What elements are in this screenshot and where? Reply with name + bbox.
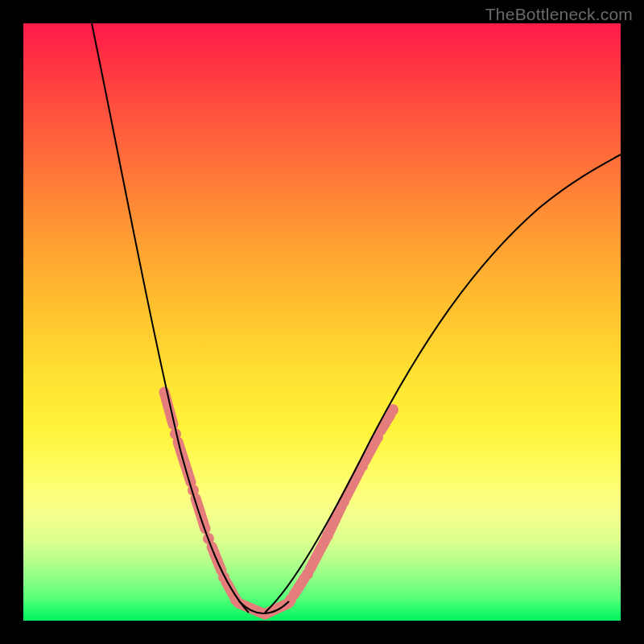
plot-area (23, 23, 621, 621)
hl-dot (357, 460, 368, 472)
hl-seg (310, 539, 326, 569)
hl-dot (322, 530, 333, 541)
hl-seg (294, 577, 305, 595)
hl-seg (196, 498, 205, 529)
hl-seg (365, 440, 376, 461)
hl-seg (226, 582, 234, 597)
watermark-text: TheBottleneck.com (485, 5, 633, 24)
hl-dot (302, 568, 313, 580)
hl-dot (338, 496, 349, 507)
curve-layer (23, 23, 621, 621)
left-curve (92, 23, 249, 613)
highlight-group (164, 392, 398, 614)
chart-frame: TheBottleneck.com (0, 0, 644, 644)
